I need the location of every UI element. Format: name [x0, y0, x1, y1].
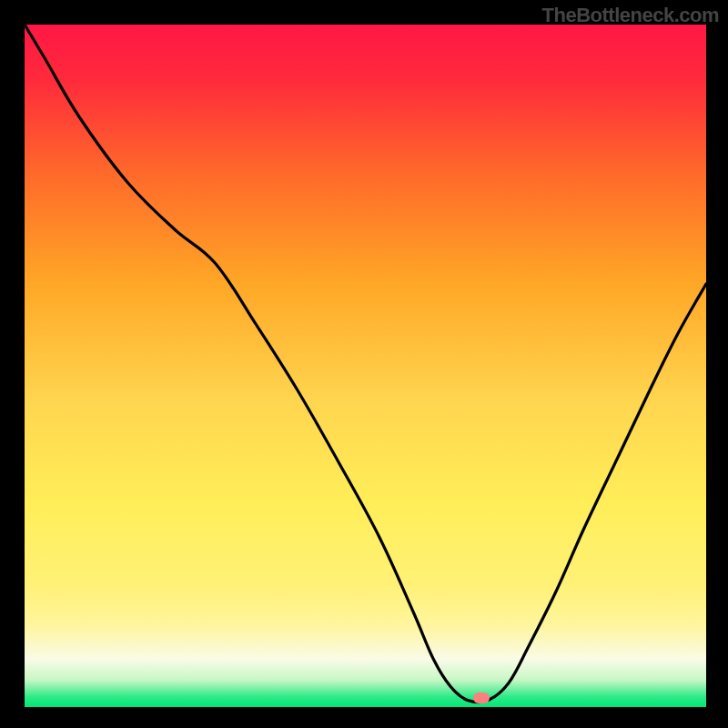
- watermark-text: TheBottleneck.com: [542, 4, 719, 27]
- svg-rect-0: [25, 25, 706, 707]
- plot-area: [25, 25, 706, 707]
- optimal-marker: [473, 693, 490, 703]
- gradient-background: [25, 25, 706, 707]
